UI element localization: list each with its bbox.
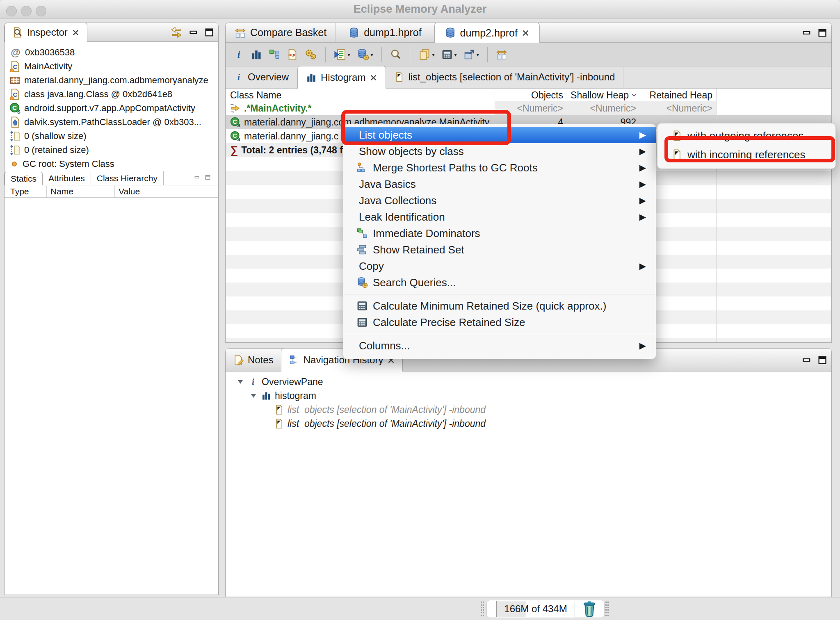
menu-item-copy[interactable]: Copy ▶ <box>343 258 656 274</box>
inspector-panel: Inspector @0xb3036538 MainActivity mater… <box>4 23 219 595</box>
calculator-icon <box>441 49 453 60</box>
tab-dump1-hprof[interactable]: dump1.hprof <box>336 23 434 42</box>
class-filter-pattern[interactable]: .*MainActivity.* <box>244 103 311 114</box>
grouping-button[interactable]: ▾ <box>416 46 437 63</box>
tree-item-list-objects[interactable]: list_objects [selection of 'MainActivity… <box>274 403 486 417</box>
maximize-section-icon[interactable] <box>205 174 211 180</box>
tab-statics[interactable]: Statics <box>5 172 43 185</box>
histogram-icon <box>306 72 317 83</box>
tab-attributes[interactable]: Attributes <box>43 171 91 185</box>
calculator-button[interactable]: ▾ <box>439 46 459 63</box>
column-type[interactable]: Type <box>10 187 29 196</box>
compare-button[interactable] <box>494 46 509 63</box>
column-value[interactable]: Value <box>119 187 140 196</box>
drag-handle[interactable] <box>481 602 484 616</box>
inspector-item[interactable]: @0xb3036538 <box>5 46 218 59</box>
close-icon[interactable] <box>72 29 80 36</box>
heap-status-bar[interactable]: 166M of 434M <box>496 601 575 617</box>
query-browser-button[interactable]: ▾ <box>355 46 375 63</box>
run-gc-button[interactable] <box>581 600 598 617</box>
info-button[interactable] <box>231 46 246 63</box>
close-icon[interactable] <box>522 29 530 37</box>
calculator-icon <box>356 300 368 312</box>
tab-compare-basket[interactable]: Compare Basket <box>226 23 336 42</box>
menu-item-with-incoming-references[interactable]: with incoming references <box>657 145 835 164</box>
tab-histogram[interactable]: Histogram <box>297 66 386 89</box>
inspector-item[interactable]: 0 (shallow size) <box>5 129 218 143</box>
menu-item-leak-identification[interactable]: Leak Identification ▶ <box>343 209 656 225</box>
menu-item-list-objects[interactable]: List objects ▶ <box>343 127 656 143</box>
tab-list-objects[interactable]: list_objects [selection of 'MainActivity… <box>386 66 623 88</box>
menu-item-calculate-precise-retained-size[interactable]: Calculate Precise Retained Size <box>343 314 656 331</box>
find-button[interactable] <box>388 46 404 63</box>
column-retained-heap[interactable]: Retained Heap <box>640 90 712 101</box>
minimize-view-icon[interactable] <box>802 28 812 38</box>
column-objects[interactable]: Objects <box>495 90 563 101</box>
tab-notes[interactable]: Notes <box>226 349 281 371</box>
inspector-item[interactable]: material.danny_jiang.com.adbmemoryanalyz… <box>5 73 218 87</box>
maximize-view-icon[interactable] <box>204 27 214 37</box>
expand-caret-icon[interactable] <box>236 378 244 386</box>
tab-dump2-hprof[interactable]: dump2.hprof <box>434 23 540 43</box>
dropdown-arrow-icon[interactable]: ▾ <box>347 51 350 58</box>
dropdown-arrow-icon[interactable]: ▾ <box>370 51 373 58</box>
oql-button[interactable] <box>285 46 300 63</box>
tab-inspector-label: Inspector <box>27 27 68 38</box>
tree-item-overview-pane[interactable]: OverviewPane <box>236 375 323 389</box>
dominator-tree-button[interactable] <box>267 46 282 63</box>
inspector-item[interactable]: class java.lang.Class @ 0xb2d641e8 <box>5 87 218 101</box>
menu-item-show-retained-set[interactable]: Show Retained Set <box>343 242 656 258</box>
menu-item-merge-shortest-paths[interactable]: Merge Shortest Paths to GC Roots ▶ <box>343 160 656 176</box>
menu-item-calculate-minimum-retained-size[interactable]: Calculate Minimum Retained Size (quick a… <box>343 298 656 314</box>
tree-item-histogram[interactable]: histogram <box>249 389 316 403</box>
menu-item-columns[interactable]: Columns... ▶ <box>343 337 656 354</box>
dropdown-arrow-icon[interactable]: ▾ <box>432 51 435 58</box>
menu-item-search-queries[interactable]: Search Queries... <box>343 274 656 291</box>
close-icon[interactable] <box>370 74 377 82</box>
histogram-button[interactable] <box>249 46 264 63</box>
close-button[interactable] <box>6 6 17 16</box>
run-report-button[interactable]: ▾ <box>332 46 352 63</box>
result-tabs: Overview Histogram list_objects [selecti… <box>226 66 831 89</box>
tab-class-hierarchy[interactable]: Class Hierarchy <box>91 171 164 185</box>
menu-item-java-basics[interactable]: Java Basics ▶ <box>343 176 656 192</box>
inspector-item[interactable]: MainActivity <box>5 59 218 73</box>
minimize-view-icon[interactable] <box>189 27 199 37</box>
dropdown-arrow-icon[interactable]: ▾ <box>476 51 479 58</box>
minimize-view-icon[interactable] <box>802 355 812 365</box>
objects-filter[interactable]: <Numeric> <box>495 101 563 115</box>
inspector-icon <box>12 27 23 38</box>
column-class-name[interactable]: Class Name <box>230 90 281 101</box>
inspector-item[interactable]: dalvik.system.PathClassLoader @ 0xb303..… <box>5 115 218 129</box>
info-icon <box>234 72 244 82</box>
filter-row[interactable]: .*MainActivity.* <Numeric> <Numeric> <Nu… <box>226 101 831 115</box>
inspector-item[interactable]: GC root: System Class <box>5 157 218 171</box>
export-button[interactable]: ▾ <box>461 46 481 63</box>
shallow-heap-filter[interactable]: <Numeric> <box>567 101 636 115</box>
drag-handle[interactable] <box>605 602 609 616</box>
notes-icon <box>233 355 244 365</box>
maximize-button[interactable] <box>36 6 46 16</box>
tab-inspector[interactable]: Inspector <box>5 23 87 42</box>
tree-item-list-objects[interactable]: list_objects [selection of 'MainActivity… <box>274 417 486 431</box>
menu-separator <box>344 334 655 334</box>
retained-heap-filter[interactable]: <Numeric> <box>640 101 712 115</box>
minimize-button[interactable] <box>21 6 32 16</box>
minimize-section-icon[interactable] <box>194 174 200 180</box>
expand-caret-icon[interactable] <box>249 392 258 400</box>
link-with-snapshot-icon[interactable] <box>170 26 183 39</box>
maximize-view-icon[interactable] <box>817 355 827 365</box>
tab-overview[interactable]: Overview <box>226 66 297 88</box>
column-name[interactable]: Name <box>50 187 73 196</box>
maximize-view-icon[interactable] <box>817 28 827 38</box>
menu-item-immediate-dominators[interactable]: Immediate Dominators <box>343 225 656 242</box>
menu-item-show-objects-by-class[interactable]: Show objects by class ▶ <box>343 143 656 160</box>
expert-system-button[interactable] <box>303 46 319 63</box>
inspector-item[interactable]: android.support.v7.app.AppCompatActivity <box>5 101 218 115</box>
menu-item-java-collections[interactable]: Java Collections ▶ <box>343 192 656 209</box>
inspector-item[interactable]: 0 (retained size) <box>5 143 218 157</box>
column-shallow-heap[interactable]: Shallow Heap <box>563 90 629 101</box>
menu-item-with-outgoing-references[interactable]: with outgoing references <box>657 126 835 145</box>
dropdown-arrow-icon[interactable]: ▾ <box>454 51 457 58</box>
at-icon: @ <box>9 47 22 58</box>
